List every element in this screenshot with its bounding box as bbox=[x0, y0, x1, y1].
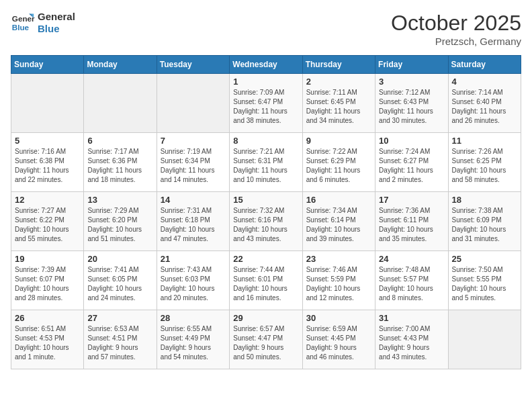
day-info: Sunrise: 7:39 AM Sunset: 6:07 PM Dayligh… bbox=[15, 265, 80, 303]
day-number: 5 bbox=[15, 136, 80, 146]
header-cell-thursday: Thursday bbox=[302, 56, 375, 74]
day-info: Sunrise: 7:38 AM Sunset: 6:09 PM Dayligh… bbox=[452, 206, 517, 244]
day-info: Sunrise: 6:55 AM Sunset: 4:49 PM Dayligh… bbox=[161, 324, 226, 362]
day-cell: 11Sunrise: 7:26 AM Sunset: 6:25 PM Dayli… bbox=[448, 133, 521, 192]
week-row-2: 5Sunrise: 7:16 AM Sunset: 6:38 PM Daylig… bbox=[11, 133, 521, 192]
day-info: Sunrise: 6:57 AM Sunset: 4:47 PM Dayligh… bbox=[233, 324, 298, 362]
day-cell: 10Sunrise: 7:24 AM Sunset: 6:27 PM Dayli… bbox=[375, 133, 448, 192]
calendar-body: 1Sunrise: 7:09 AM Sunset: 6:47 PM Daylig… bbox=[11, 74, 521, 369]
day-info: Sunrise: 7:00 AM Sunset: 4:43 PM Dayligh… bbox=[379, 324, 444, 362]
day-info: Sunrise: 7:31 AM Sunset: 6:18 PM Dayligh… bbox=[161, 206, 226, 244]
calendar-table: SundayMondayTuesdayWednesdayThursdayFrid… bbox=[11, 55, 521, 369]
day-cell: 1Sunrise: 7:09 AM Sunset: 6:47 PM Daylig… bbox=[230, 74, 302, 133]
day-info: Sunrise: 7:16 AM Sunset: 6:38 PM Dayligh… bbox=[15, 147, 80, 185]
day-info: Sunrise: 7:50 AM Sunset: 5:55 PM Dayligh… bbox=[452, 265, 517, 303]
logo-line1: General bbox=[38, 11, 75, 23]
day-number: 3 bbox=[379, 77, 444, 87]
day-cell: 14Sunrise: 7:31 AM Sunset: 6:18 PM Dayli… bbox=[157, 192, 229, 251]
day-number: 9 bbox=[306, 136, 371, 146]
day-cell: 26Sunrise: 6:51 AM Sunset: 4:53 PM Dayli… bbox=[11, 310, 84, 369]
logo-line2: Blue bbox=[38, 23, 75, 35]
month-title: October 2025 bbox=[391, 11, 521, 36]
day-number: 20 bbox=[87, 254, 152, 264]
day-info: Sunrise: 6:53 AM Sunset: 4:51 PM Dayligh… bbox=[87, 324, 152, 362]
day-info: Sunrise: 7:26 AM Sunset: 6:25 PM Dayligh… bbox=[452, 147, 517, 185]
day-cell: 15Sunrise: 7:32 AM Sunset: 6:16 PM Dayli… bbox=[230, 192, 302, 251]
title-block: October 2025 Pretzsch, Germany bbox=[391, 11, 521, 47]
day-number: 8 bbox=[233, 136, 298, 146]
day-number: 13 bbox=[87, 195, 152, 205]
day-info: Sunrise: 7:12 AM Sunset: 6:43 PM Dayligh… bbox=[379, 88, 444, 126]
location-subtitle: Pretzsch, Germany bbox=[391, 36, 521, 47]
day-number: 19 bbox=[15, 254, 80, 264]
week-row-4: 19Sunrise: 7:39 AM Sunset: 6:07 PM Dayli… bbox=[11, 251, 521, 310]
day-number: 22 bbox=[233, 254, 298, 264]
day-info: Sunrise: 7:41 AM Sunset: 6:05 PM Dayligh… bbox=[87, 265, 152, 303]
day-number: 11 bbox=[452, 136, 517, 146]
day-cell bbox=[157, 74, 229, 133]
day-cell: 30Sunrise: 6:59 AM Sunset: 4:45 PM Dayli… bbox=[302, 310, 375, 369]
day-cell: 27Sunrise: 6:53 AM Sunset: 4:51 PM Dayli… bbox=[84, 310, 157, 369]
day-cell: 23Sunrise: 7:46 AM Sunset: 5:59 PM Dayli… bbox=[302, 251, 375, 310]
day-cell: 18Sunrise: 7:38 AM Sunset: 6:09 PM Dayli… bbox=[448, 192, 521, 251]
calendar-header: SundayMondayTuesdayWednesdayThursdayFrid… bbox=[11, 56, 521, 74]
day-info: Sunrise: 7:14 AM Sunset: 6:40 PM Dayligh… bbox=[452, 88, 517, 126]
day-number: 6 bbox=[87, 136, 152, 146]
day-cell: 4Sunrise: 7:14 AM Sunset: 6:40 PM Daylig… bbox=[448, 74, 521, 133]
day-number: 12 bbox=[15, 195, 80, 205]
day-info: Sunrise: 7:29 AM Sunset: 6:20 PM Dayligh… bbox=[87, 206, 152, 244]
day-number: 30 bbox=[306, 313, 371, 323]
day-cell: 12Sunrise: 7:27 AM Sunset: 6:22 PM Dayli… bbox=[11, 192, 84, 251]
day-cell: 22Sunrise: 7:44 AM Sunset: 6:01 PM Dayli… bbox=[230, 251, 302, 310]
day-cell: 17Sunrise: 7:36 AM Sunset: 6:11 PM Dayli… bbox=[375, 192, 448, 251]
day-number: 1 bbox=[233, 77, 298, 87]
day-info: Sunrise: 7:36 AM Sunset: 6:11 PM Dayligh… bbox=[379, 206, 444, 244]
day-cell: 29Sunrise: 6:57 AM Sunset: 4:47 PM Dayli… bbox=[230, 310, 302, 369]
day-number: 28 bbox=[161, 313, 226, 323]
day-number: 25 bbox=[452, 254, 517, 264]
day-info: Sunrise: 7:46 AM Sunset: 5:59 PM Dayligh… bbox=[306, 265, 371, 303]
header-cell-friday: Friday bbox=[375, 56, 448, 74]
day-info: Sunrise: 7:22 AM Sunset: 6:29 PM Dayligh… bbox=[306, 147, 371, 185]
day-info: Sunrise: 7:32 AM Sunset: 6:16 PM Dayligh… bbox=[233, 206, 298, 244]
day-number: 2 bbox=[306, 77, 371, 87]
day-number: 21 bbox=[161, 254, 226, 264]
day-cell: 20Sunrise: 7:41 AM Sunset: 6:05 PM Dayli… bbox=[84, 251, 157, 310]
day-number: 24 bbox=[379, 254, 444, 264]
header-cell-saturday: Saturday bbox=[448, 56, 521, 74]
day-number: 15 bbox=[233, 195, 298, 205]
day-info: Sunrise: 6:59 AM Sunset: 4:45 PM Dayligh… bbox=[306, 324, 371, 362]
day-info: Sunrise: 7:48 AM Sunset: 5:57 PM Dayligh… bbox=[379, 265, 444, 303]
day-info: Sunrise: 6:51 AM Sunset: 4:53 PM Dayligh… bbox=[15, 324, 80, 362]
svg-text:Blue: Blue bbox=[12, 23, 30, 32]
day-cell: 2Sunrise: 7:11 AM Sunset: 6:45 PM Daylig… bbox=[302, 74, 375, 133]
day-cell bbox=[84, 74, 157, 133]
day-info: Sunrise: 7:19 AM Sunset: 6:34 PM Dayligh… bbox=[161, 147, 226, 185]
week-row-1: 1Sunrise: 7:09 AM Sunset: 6:47 PM Daylig… bbox=[11, 74, 521, 133]
day-info: Sunrise: 7:34 AM Sunset: 6:14 PM Dayligh… bbox=[306, 206, 371, 244]
day-number: 4 bbox=[452, 77, 517, 87]
day-cell: 19Sunrise: 7:39 AM Sunset: 6:07 PM Dayli… bbox=[11, 251, 84, 310]
header-cell-monday: Monday bbox=[84, 56, 157, 74]
day-number: 29 bbox=[233, 313, 298, 323]
day-number: 16 bbox=[306, 195, 371, 205]
day-info: Sunrise: 7:21 AM Sunset: 6:31 PM Dayligh… bbox=[233, 147, 298, 185]
day-cell: 25Sunrise: 7:50 AM Sunset: 5:55 PM Dayli… bbox=[448, 251, 521, 310]
day-number: 26 bbox=[15, 313, 80, 323]
day-cell: 28Sunrise: 6:55 AM Sunset: 4:49 PM Dayli… bbox=[157, 310, 229, 369]
day-number: 17 bbox=[379, 195, 444, 205]
day-number: 10 bbox=[379, 136, 444, 146]
day-cell bbox=[448, 310, 521, 369]
header-cell-wednesday: Wednesday bbox=[230, 56, 302, 74]
day-cell: 3Sunrise: 7:12 AM Sunset: 6:43 PM Daylig… bbox=[375, 74, 448, 133]
day-info: Sunrise: 7:43 AM Sunset: 6:03 PM Dayligh… bbox=[161, 265, 226, 303]
day-number: 18 bbox=[452, 195, 517, 205]
day-info: Sunrise: 7:17 AM Sunset: 6:36 PM Dayligh… bbox=[87, 147, 152, 185]
page-header: General Blue General Blue October 2025 P… bbox=[11, 11, 521, 47]
day-cell: 13Sunrise: 7:29 AM Sunset: 6:20 PM Dayli… bbox=[84, 192, 157, 251]
day-cell: 16Sunrise: 7:34 AM Sunset: 6:14 PM Dayli… bbox=[302, 192, 375, 251]
day-info: Sunrise: 7:44 AM Sunset: 6:01 PM Dayligh… bbox=[233, 265, 298, 303]
logo: General Blue General Blue bbox=[11, 11, 75, 35]
day-number: 7 bbox=[161, 136, 226, 146]
day-cell: 9Sunrise: 7:22 AM Sunset: 6:29 PM Daylig… bbox=[302, 133, 375, 192]
